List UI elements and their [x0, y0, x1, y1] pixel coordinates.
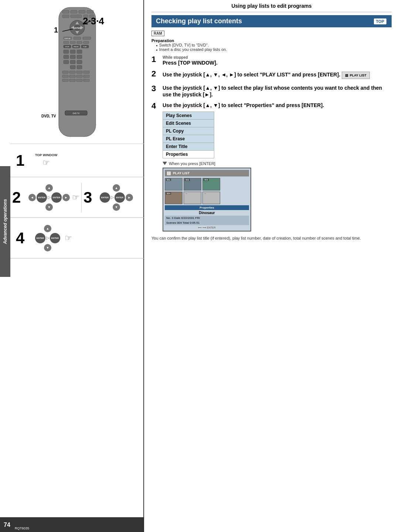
menu-item-pl-erase: PL Erase	[163, 135, 214, 143]
playlist-icon: ▤ PLAY LIST	[342, 72, 370, 79]
step-4-num: 4	[16, 229, 31, 247]
instruction-step-2: 2 Use the joystick [▲, ▼, ◄, ►] to selec…	[151, 70, 392, 81]
thumb-dots-label-1: ···	[185, 192, 188, 195]
inst-body-4: Use the joystick [▲, ▼] to select "Prope…	[163, 102, 392, 231]
enter-note: When you press [ENTER]	[163, 161, 392, 166]
hand-icon-2: ☞	[72, 193, 79, 202]
step-1-content: TOP WINDOW ☞	[35, 153, 57, 168]
joy-center-row-3: ENTER ▷ ENTER ►	[100, 192, 133, 203]
thumb-002: 002	[184, 178, 201, 191]
enter-btn-3b: ENTER	[115, 192, 125, 203]
playlist-icon-symbol: ▤	[345, 73, 348, 77]
right-arrow-small-3: ▷	[111, 195, 114, 200]
triangle-down-icon	[163, 162, 167, 165]
right-panel: Using play lists to edit programs Checki…	[144, 0, 399, 532]
down-arrow-4: ▼	[44, 244, 51, 251]
step-4-diagram: 4 ▲ ENTER ▷ ENTER ▼ ☞	[10, 218, 144, 258]
instruction-step-4: 4 Use the joystick [▲, ▼] to select "Pro…	[151, 102, 392, 231]
step-3-num: 3	[83, 189, 98, 206]
step-23-diagram: 2 ▲ ◄ ENTER ▷ ENTER ► ▼ ☞ 3 ▲ E	[10, 177, 144, 218]
thumb-num-001: 001	[166, 179, 171, 181]
inst-text-2: Use the joystick [▲, ▼, ◄, ►] to select …	[163, 72, 340, 78]
props-footer-icons: ⟵ ⟶ ENTER	[165, 226, 249, 229]
top-badge: TOP	[373, 18, 387, 25]
inst-num-1: 1	[151, 55, 159, 64]
joy-center-row-4: ENTER ▷ ENTER	[35, 233, 60, 243]
menu-item-play-scenes: Play Scenes	[163, 112, 214, 120]
playlist-icon-label: PLAY LIST	[350, 73, 366, 77]
enter-btn-2: ENTER	[37, 192, 47, 203]
down-arrow-3: ▼	[113, 203, 120, 211]
inst-num-3: 3	[151, 85, 159, 93]
vertical-label-text: Advanced operations	[3, 199, 8, 244]
props-title: Dinosaur	[165, 211, 249, 215]
footer-note: You can confirm the play list title (if …	[151, 235, 392, 241]
divider-23	[81, 183, 82, 212]
props-thumbnails-row1: 001 002 003	[165, 178, 249, 191]
menu-item-properties: Properties	[163, 151, 214, 158]
inst-text-4: Use the joystick [▲, ▼] to select "Prope…	[163, 102, 324, 108]
remote-area: ENTER DISPLAY STOP PAUSE PLAY	[10, 0, 144, 144]
instruction-step-1: 1 While stopped Press [TOP WINDOW].	[151, 55, 392, 66]
joystick-2: ▲ ◄ ENTER ▷ ENTER ► ▼	[28, 184, 70, 211]
preparation-block: Preparation Switch [DVD, TV] to "DVD". I…	[151, 38, 392, 52]
left-panel: ENTER DISPLAY STOP PAUSE PLAY	[0, 0, 144, 532]
down-arrow-2: ▼	[45, 203, 53, 211]
inst-body-2: Use the joystick [▲, ▼, ◄, ►] to select …	[163, 70, 392, 81]
thumb-dots-2: ···	[202, 192, 220, 204]
inst-text-1: Press [TOP WINDOW].	[163, 60, 218, 66]
step-1-diagram: 1 TOP WINDOW ☞	[10, 144, 144, 177]
vertical-label: Advanced operations	[0, 166, 10, 277]
enter-btn-3a: ENTER	[100, 192, 110, 203]
properties-bar: Properties	[165, 205, 249, 210]
thumb-num-004: 004	[166, 192, 171, 195]
section-title-bar: Checking play list contents TOP	[151, 15, 392, 27]
right-arrow-small-4: ▷	[46, 236, 49, 240]
menu-item-edit-scenes: Edit Scenes	[163, 120, 214, 127]
menu-item-pl-copy: PL Copy	[163, 127, 214, 135]
prep-item-1: Switch [DVD, TV] to "DVD".	[151, 43, 392, 47]
step-1-num: 1	[16, 152, 31, 169]
page-number: 74	[4, 522, 10, 528]
joystick-3: ▲ ENTER ▷ ENTER ► ▼	[100, 184, 133, 211]
up-arrow-4: ▲	[44, 225, 51, 232]
thumb-num-003: 003	[204, 179, 209, 181]
thumb-004: 004	[165, 192, 183, 204]
hand-icon-4: ☞	[65, 233, 72, 243]
svg-line-55	[62, 29, 74, 31]
properties-screen: ▤ PLAY LIST 001 002 003 004	[163, 168, 251, 231]
section-title-text: Checking play list contents	[156, 17, 242, 25]
remote-image: ENTER DISPLAY STOP PAUSE PLAY	[38, 4, 116, 140]
thumb-003: 003	[202, 178, 220, 191]
hand-icon-1: ☞	[42, 158, 50, 168]
props-header-label: PLAY LIST	[173, 171, 190, 175]
instruction-step-3: 3 Use the joystick [▲, ▼] to select the …	[151, 85, 392, 98]
page-header: Using play lists to edit programs	[151, 0, 392, 12]
prep-item-2: Insert a disc you created play lists on.	[151, 47, 392, 52]
svg-line-56	[83, 20, 93, 24]
right-arrow-small-2: ▷	[48, 195, 51, 200]
thumb-dots-1: ···	[184, 192, 201, 204]
props-data-2: Scenes 004 Total 0:05.51	[165, 220, 249, 225]
enter-note-text: When you press [ENTER]	[169, 161, 215, 166]
inst-num-4: 4	[151, 102, 159, 110]
inst-num-2: 2	[151, 70, 159, 78]
joy-center-row-2: ◄ ENTER ▷ ENTER ►	[28, 192, 70, 203]
inst-body-3: Use the joystick [▲, ▼] to select the pl…	[163, 85, 392, 98]
prep-title: Preparation	[151, 38, 392, 43]
right-arrow-2: ►	[62, 194, 70, 201]
props-data-1: No. 3 Date 6/22/2001 FRI	[165, 216, 249, 220]
enter-btn-2b: ENTER	[51, 192, 62, 203]
top-window-label: TOP WINDOW	[35, 153, 57, 157]
left-arrow-2: ◄	[28, 194, 36, 201]
props-playlist-icon: ▤	[167, 171, 171, 176]
page-bottom-bar: 74 RQT6035	[0, 517, 144, 532]
props-screen-header: ▤ PLAY LIST	[165, 170, 249, 176]
thumb-dots-label-2: ···	[204, 192, 207, 195]
props-thumbnails-row2: 004 ··· ···	[165, 192, 249, 204]
thumb-001: 001	[165, 178, 183, 191]
remote-dvdtv-label: DVD, TV	[41, 114, 56, 118]
menu-box: Play Scenes Edit Scenes PL Copy PL Erase…	[163, 111, 214, 158]
up-arrow-3: ▲	[113, 184, 120, 192]
right-arrow-3: ►	[126, 194, 133, 201]
